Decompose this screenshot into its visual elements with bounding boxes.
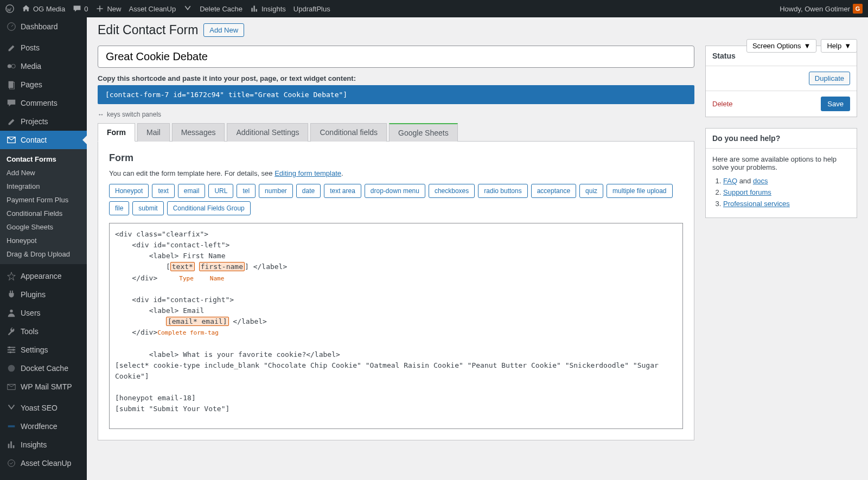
svg-point-6 bbox=[10, 310, 12, 312]
submenu-integration[interactable]: Integration bbox=[0, 180, 87, 193]
site-link[interactable]: OG Media bbox=[22, 4, 65, 13]
menu-yoast[interactable]: Yoast SEO bbox=[0, 399, 87, 417]
screen-options-button[interactable]: Screen Options ▼ bbox=[746, 39, 816, 53]
menu-insights[interactable]: Insights bbox=[0, 436, 87, 454]
admin-topbar: OG Media 0 New Asset CleanUp Delete Cach… bbox=[0, 0, 868, 17]
menu-tools[interactable]: Tools bbox=[0, 322, 87, 341]
submenu-payment[interactable]: Payment Form Plus bbox=[0, 193, 87, 207]
svg-rect-14 bbox=[8, 425, 15, 427]
editing-template-link[interactable]: Editing form template bbox=[275, 169, 341, 177]
form-title-input[interactable] bbox=[98, 46, 694, 68]
submenu-dragdrop[interactable]: Drag & Drop Upload bbox=[0, 247, 87, 261]
annotation-name: Name bbox=[210, 275, 225, 282]
tag-generator: Honeypot text email URL tel number date … bbox=[109, 184, 683, 215]
svg-point-2 bbox=[8, 64, 11, 68]
topbar-yoast-icon[interactable] bbox=[183, 4, 192, 13]
admin-sidebar: Dashboard Posts Media Pages Comments Pro… bbox=[0, 17, 87, 480]
submenu-contact: Contact Forms Add New Integration Paymen… bbox=[0, 149, 87, 264]
duplicate-button[interactable]: Duplicate bbox=[809, 72, 850, 85]
submenu-conditional[interactable]: Conditional Fields bbox=[0, 207, 87, 220]
svg-point-12 bbox=[9, 351, 11, 354]
menu-asset-cleanup[interactable]: Asset CleanUp bbox=[0, 454, 87, 472]
avatar: G bbox=[853, 4, 863, 14]
topbar-asset-cleanup[interactable]: Asset CleanUp bbox=[129, 5, 176, 13]
panel-description: You can edit the form template here. For… bbox=[109, 169, 683, 177]
tag-tel[interactable]: tel bbox=[237, 184, 256, 198]
account-link[interactable]: Howdy, Owen GotimerG bbox=[780, 4, 863, 14]
annotation-type: Type bbox=[179, 275, 194, 282]
tab-conditional[interactable]: Conditional fields bbox=[310, 123, 387, 142]
topbar-delete-cache[interactable]: Delete Cache bbox=[200, 5, 242, 13]
tag-number[interactable]: number bbox=[259, 184, 293, 198]
menu-posts[interactable]: Posts bbox=[0, 39, 87, 57]
menu-media[interactable]: Media bbox=[0, 57, 87, 75]
tag-date[interactable]: date bbox=[296, 184, 321, 198]
tag-honeypot[interactable]: Honeypot bbox=[109, 184, 149, 198]
faq-link[interactable]: FAQ bbox=[723, 177, 737, 185]
highlight-formtag: [email* email] bbox=[166, 317, 229, 326]
menu-docket[interactable]: Docket Cache bbox=[0, 359, 87, 377]
tag-multifile[interactable]: multiple file upload bbox=[607, 184, 672, 198]
svg-point-10 bbox=[9, 347, 11, 349]
page-title: Edit Contact Form bbox=[98, 23, 198, 37]
submenu-honeypot[interactable]: Honeypot bbox=[0, 234, 87, 247]
submenu-contact-forms[interactable]: Contact Forms bbox=[0, 152, 87, 166]
menu-contact[interactable]: Contact bbox=[0, 131, 87, 149]
submenu-sheets[interactable]: Google Sheets bbox=[0, 220, 87, 234]
submenu-add-new[interactable]: Add New bbox=[0, 166, 87, 180]
shortcode-hint: Copy this shortcode and paste it into yo… bbox=[98, 74, 694, 82]
menu-appearance[interactable]: Appearance bbox=[0, 267, 87, 285]
tab-mail[interactable]: Mail bbox=[137, 123, 170, 142]
add-new-button[interactable]: Add New bbox=[203, 23, 244, 37]
keys-hint: ↔keys switch panels bbox=[98, 111, 694, 118]
tag-dropdown[interactable]: drop-down menu bbox=[365, 184, 425, 198]
menu-projects[interactable]: Projects bbox=[0, 112, 87, 131]
tag-quiz[interactable]: quiz bbox=[579, 184, 603, 198]
menu-plugins[interactable]: Plugins bbox=[0, 285, 87, 304]
tag-acceptance[interactable]: acceptance bbox=[531, 184, 576, 198]
menu-wpmail[interactable]: WP Mail SMTP bbox=[0, 377, 87, 396]
pro-services-link[interactable]: Professional services bbox=[723, 200, 790, 208]
tag-text[interactable]: text bbox=[152, 184, 174, 198]
help-heading: Do you need help? bbox=[706, 129, 857, 149]
menu-dashboard[interactable]: Dashboard bbox=[0, 17, 87, 36]
tab-additional[interactable]: Additional Settings bbox=[227, 123, 308, 142]
menu-users[interactable]: Users bbox=[0, 304, 87, 322]
svg-point-11 bbox=[12, 349, 15, 351]
tab-bar: Form Mail Messages Additional Settings C… bbox=[98, 123, 694, 142]
help-button[interactable]: Help ▼ bbox=[821, 39, 857, 53]
shortcode-field[interactable]: [contact-form-7 id="1672c94" title="Grea… bbox=[98, 85, 694, 104]
help-metabox: Do you need help? Here are some availabl… bbox=[705, 128, 857, 218]
tag-checkboxes[interactable]: checkboxes bbox=[429, 184, 475, 198]
topbar-updraft[interactable]: UpdraftPlus bbox=[293, 5, 330, 13]
form-template-editor[interactable]: <div class="clearfix"> <div id="contact-… bbox=[109, 223, 683, 429]
tag-file[interactable]: file bbox=[109, 201, 129, 215]
save-button[interactable]: Save bbox=[821, 97, 850, 111]
highlight-type: text* bbox=[170, 262, 195, 271]
tag-conditional-group[interactable]: Conditional Fields Group bbox=[167, 201, 251, 215]
status-metabox: Status Duplicate Delete Save bbox=[705, 46, 857, 117]
tag-textarea[interactable]: text area bbox=[324, 184, 361, 198]
tag-email[interactable]: email bbox=[178, 184, 206, 198]
tab-messages[interactable]: Messages bbox=[172, 123, 225, 142]
menu-wordfence[interactable]: Wordfence bbox=[0, 417, 87, 436]
main-content: Screen Options ▼ Help ▼ Edit Contact For… bbox=[87, 17, 868, 480]
wp-logo[interactable] bbox=[5, 4, 14, 13]
menu-settings[interactable]: Settings bbox=[0, 341, 87, 359]
topbar-insights[interactable]: Insights bbox=[250, 4, 286, 13]
support-link[interactable]: Support forums bbox=[723, 188, 771, 196]
docs-link[interactable]: docs bbox=[753, 177, 768, 185]
panel-heading: Form bbox=[109, 152, 683, 164]
tab-sheets[interactable]: Google Sheets bbox=[389, 123, 458, 142]
tag-submit[interactable]: submit bbox=[132, 201, 163, 215]
tag-url[interactable]: URL bbox=[208, 184, 233, 198]
menu-pages[interactable]: Pages bbox=[0, 75, 87, 94]
tab-form[interactable]: Form bbox=[98, 123, 135, 142]
menu-comments[interactable]: Comments bbox=[0, 94, 87, 112]
annotation-complete: Complete form-tag bbox=[157, 329, 219, 336]
comments-link[interactable]: 0 bbox=[73, 4, 88, 13]
svg-point-13 bbox=[8, 365, 15, 372]
delete-link[interactable]: Delete bbox=[712, 100, 733, 108]
tag-radio[interactable]: radio buttons bbox=[478, 184, 527, 198]
new-link[interactable]: New bbox=[95, 4, 121, 13]
